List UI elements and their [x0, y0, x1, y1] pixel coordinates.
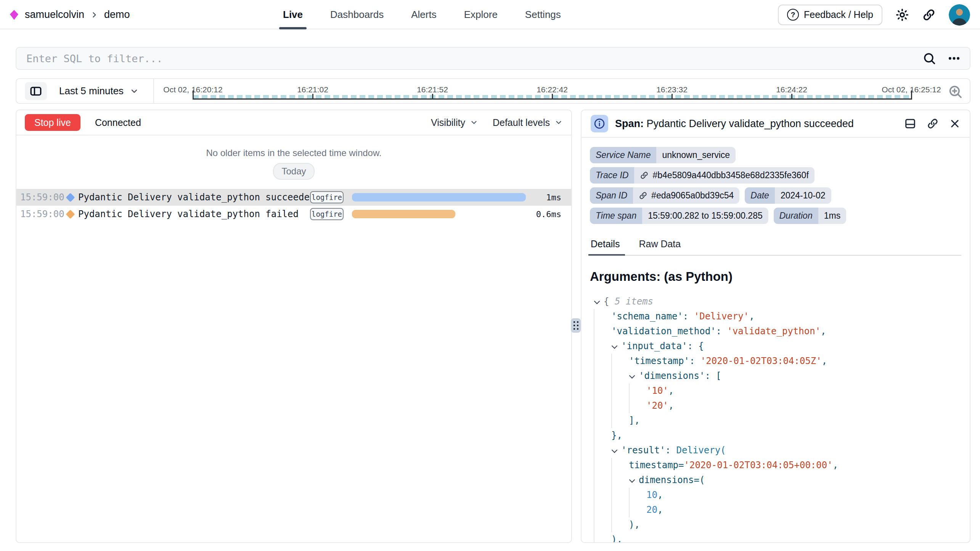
badge-value: 1ms [818, 208, 846, 224]
time-range-bar: Last 5 minutes Oct 02, 16:20:1216:21:021… [16, 78, 970, 104]
top-bar: samuelcolvin demo LiveDashboardsAlertsEx… [0, 0, 980, 29]
sidebar-toggle-button[interactable] [25, 82, 47, 100]
code-token-punct: , [749, 309, 754, 324]
empty-window-message: No older items in the selected time wind… [16, 148, 571, 158]
tab-raw-data[interactable]: Raw Data [638, 236, 681, 255]
log-timestamp: 15:59:00 [16, 209, 66, 219]
more-options-icon[interactable] [948, 52, 961, 65]
duration-bar [352, 193, 526, 201]
logfire-tag[interactable]: logfire [310, 208, 344, 220]
nav-tab-settings[interactable]: Settings [525, 0, 561, 29]
divider [153, 79, 154, 103]
code-token-punct: , [821, 324, 826, 339]
breadcrumb-org[interactable]: samuelcolvin [25, 9, 84, 21]
code-token-str: '20' [646, 398, 668, 413]
share-link-button[interactable] [922, 8, 936, 22]
default-levels-dropdown[interactable]: Default levels [493, 117, 563, 128]
code-line: '20', [594, 398, 961, 413]
span-detail-panel: Span: Pydantic Delivery validate_python … [581, 110, 970, 543]
connection-status: Connected [95, 117, 141, 128]
code-line: 'schema_name': 'Delivery', [594, 309, 961, 324]
breadcrumb-project[interactable]: demo [104, 9, 130, 21]
code-line: dimensions=( [594, 473, 961, 488]
timeline-tick-mark [312, 94, 313, 100]
log-row[interactable]: 15:59:00Pydantic Delivery validate_pytho… [16, 206, 571, 222]
feedback-help-button[interactable]: ? Feedback / Help [778, 5, 882, 25]
code-token-punct: , [657, 488, 663, 503]
indent-guide [611, 383, 629, 398]
sql-filter-input[interactable] [26, 52, 922, 65]
indent-guide [594, 458, 611, 473]
today-chip[interactable]: Today [273, 163, 314, 180]
code-line: }, [594, 428, 961, 443]
log-timestamp: 15:59:00 [16, 192, 66, 203]
nav-tab-alerts[interactable]: Alerts [411, 0, 436, 29]
code-token-str: '2020-01-02T03:04:05+00:00' [684, 458, 833, 473]
collapse-caret-icon[interactable] [629, 473, 639, 488]
logfire-logo-icon[interactable] [10, 10, 19, 20]
sidebar-panel-icon [29, 85, 42, 98]
tab-details[interactable]: Details [590, 236, 620, 255]
code-token-punct: : [683, 309, 694, 324]
visibility-dropdown[interactable]: Visibility [431, 117, 478, 128]
badge-trace-id[interactable]: Trace ID#b4e5809a440dbb3458e68d2335fe360… [590, 167, 815, 184]
link-icon [922, 8, 936, 22]
log-row[interactable]: 15:59:00Pydantic Delivery validate_pytho… [16, 189, 571, 206]
badge-value-text: #eda9065a0bd39c54 [651, 190, 734, 201]
stop-live-button[interactable]: Stop live [25, 114, 80, 131]
search-icon[interactable] [922, 52, 936, 65]
span-detail-tabs: DetailsRaw Data [590, 236, 961, 256]
copy-link-button[interactable] [927, 118, 939, 130]
duration-label: 1ms [529, 193, 571, 202]
panel-resize-handle[interactable] [571, 318, 581, 333]
sun-icon [895, 8, 909, 22]
nav-tab-dashboards[interactable]: Dashboards [330, 0, 384, 29]
collapse-caret-icon[interactable] [629, 369, 639, 383]
theme-toggle-button[interactable] [895, 8, 909, 22]
code-line: 'input_data': { [594, 339, 961, 354]
badge-value: #eda9065a0bd39c54 [633, 187, 739, 204]
code-token-str: 'validate_python' [727, 324, 821, 339]
timeline-zoom-button[interactable] [948, 84, 963, 99]
span-metadata-badges: Service Nameunknown_serviceTrace ID#b4e5… [590, 147, 961, 224]
code-token-meta: 5 items [615, 294, 653, 309]
badge-value-text: 1ms [824, 211, 840, 221]
span-title-prefix: Span: [615, 118, 644, 129]
close-panel-button[interactable] [949, 118, 961, 129]
badge-label: Trace ID [590, 167, 634, 184]
logfire-tag[interactable]: logfire [310, 191, 344, 203]
span-title: Span: Pydantic Delivery validate_python … [615, 118, 897, 130]
collapse-caret-icon[interactable] [611, 339, 621, 354]
badge-row: Trace ID#b4e5809a440dbb3458e68d2335fe360… [590, 167, 961, 184]
indent-guide [594, 428, 611, 443]
indent-guide [629, 488, 646, 503]
indent-guide [611, 458, 629, 473]
indent-guide [594, 443, 611, 458]
indent-guide [594, 503, 611, 517]
timeline-tick-label: 16:22:42 [537, 85, 568, 94]
span-title-text: Pydantic Delivery validate_python succee… [647, 118, 854, 129]
badge-span-id[interactable]: Span ID#eda9065a0bd39c54 [590, 187, 739, 204]
live-panel-header: Stop live Connected Visibility Default l… [16, 110, 571, 135]
code-token-punct: , [833, 458, 838, 473]
log-message: Pydantic Delivery validate_python succee… [78, 192, 310, 203]
indent-guide [594, 354, 611, 369]
code-line: timestamp='2020-01-02T03:04:05+00:00', [594, 458, 961, 473]
code-token-punct: }, [611, 428, 622, 443]
visibility-label: Visibility [431, 117, 465, 128]
collapse-caret-icon[interactable] [594, 294, 604, 309]
indent-guide [629, 383, 646, 398]
code-line: '10', [594, 383, 961, 398]
user-avatar[interactable] [949, 4, 970, 26]
indent-guide [594, 532, 611, 543]
dock-panel-button[interactable] [904, 118, 916, 130]
timeline-tick-mark [552, 94, 553, 100]
collapse-caret-icon[interactable] [611, 443, 621, 458]
nav-tab-live[interactable]: Live [283, 0, 303, 29]
info-icon [591, 115, 608, 132]
topbar-actions: ? Feedback / Help [778, 0, 970, 29]
code-token-punct: , [668, 383, 674, 398]
time-range-select[interactable]: Last 5 minutes [59, 79, 139, 103]
nav-tab-explore[interactable]: Explore [464, 0, 498, 29]
timeline[interactable]: Oct 02, 16:20:1216:21:0216:21:5216:22:42… [161, 79, 939, 103]
